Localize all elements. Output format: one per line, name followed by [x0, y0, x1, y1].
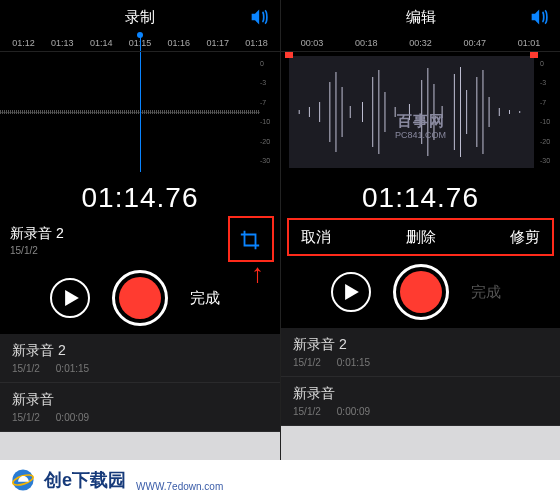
trim-handle-left[interactable] — [285, 52, 293, 58]
trim-confirm-button[interactable]: 修剪 — [510, 228, 540, 247]
record-button[interactable] — [393, 264, 449, 320]
record-screen: 录制 01:12 01:13 01:14 01:15 01:16 01:17 0… — [0, 0, 280, 460]
edit-screen: 编辑 00:03 00:18 00:32 00:47 01:01 — [280, 0, 560, 460]
header: 录制 — [0, 0, 280, 34]
transport-controls: 完成 — [281, 256, 560, 328]
list-item[interactable]: 新录音 15/1/20:00:09 — [281, 377, 560, 426]
waveform-area[interactable]: 0 -3 -7 -10 -20 -30 — [0, 52, 280, 172]
timeline-ruler[interactable]: 01:12 01:13 01:14 01:15 01:16 01:17 01:1… — [0, 34, 280, 52]
edit-actions: 取消 删除 修剪 — [287, 218, 554, 256]
delete-button[interactable]: 删除 — [406, 228, 436, 247]
page-watermark: 创e下载园 WWW.7edown.com — [0, 460, 560, 500]
current-clip-name: 新录音 2 — [10, 225, 64, 243]
screen-title: 录制 — [125, 8, 155, 27]
waveform-area[interactable]: 百事网 PC841.COM 0 -3 -7 -10 -20 -30 — [281, 52, 560, 172]
header: 编辑 — [281, 0, 560, 34]
transport-controls: 完成 — [0, 262, 280, 334]
cancel-button[interactable]: 取消 — [301, 228, 331, 247]
list-item[interactable]: 新录音 15/1/20:00:09 — [0, 383, 280, 432]
callout-highlight — [228, 216, 274, 262]
play-button[interactable] — [50, 278, 90, 318]
waveform-flat — [0, 110, 260, 114]
record-button[interactable] — [112, 270, 168, 326]
timeline-ruler[interactable]: 00:03 00:18 00:32 00:47 01:01 — [281, 34, 560, 52]
brand-name: 创e下载园 — [44, 468, 126, 492]
elapsed-time: 01:14.76 — [0, 172, 280, 218]
speaker-icon[interactable] — [530, 9, 550, 25]
screen-title: 编辑 — [406, 8, 436, 27]
trim-handle-right[interactable] — [530, 52, 538, 58]
playhead-line — [140, 34, 141, 51]
db-scale: 0 -3 -7 -10 -20 -30 — [260, 52, 278, 172]
waveform — [289, 62, 534, 162]
ie-logo-icon — [10, 467, 36, 493]
tool-row: 新录音 2 15/1/2 ↑ — [0, 218, 280, 262]
speaker-icon[interactable] — [250, 9, 270, 25]
recordings-list: 新录音 2 15/1/20:01:15 新录音 15/1/20:00:09 — [281, 328, 560, 460]
done-button[interactable]: 完成 — [190, 289, 230, 308]
db-scale: 0 -3 -7 -10 -20 -30 — [540, 52, 558, 172]
recordings-list: 新录音 2 15/1/20:01:15 新录音 15/1/20:00:09 — [0, 334, 280, 460]
current-clip-date: 15/1/2 — [10, 245, 64, 256]
play-button[interactable] — [331, 272, 371, 312]
list-item[interactable]: 新录音 2 15/1/20:01:15 — [0, 334, 280, 383]
playhead[interactable] — [140, 52, 141, 172]
list-item[interactable]: 新录音 2 15/1/20:01:15 — [281, 328, 560, 377]
elapsed-time: 01:14.76 — [281, 172, 560, 218]
brand-url: WWW.7edown.com — [136, 481, 223, 500]
done-button: 完成 — [471, 283, 511, 302]
